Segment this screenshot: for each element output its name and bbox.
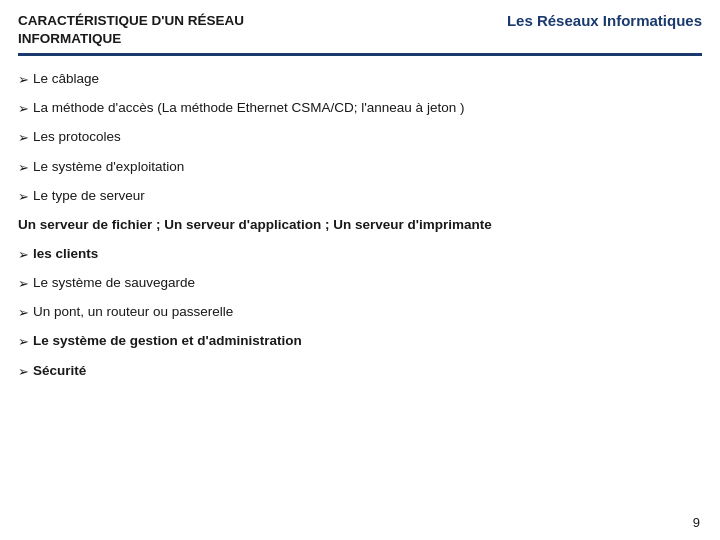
bullet-label: La méthode d'accès (La méthode Ethernet … [33,99,702,118]
bullet-arrow-icon: ➢ [18,159,29,177]
bullet-label: les clients [33,245,702,264]
list-item: ➢ Le système de sauvegarde [18,274,702,293]
page-header: CARACTÉRISTIQUE D'UN RÉSEAU INFORMATIQUE… [0,0,720,53]
header-right-title: Les Réseaux Informatiques [487,12,702,29]
bullet-label: Le système de sauvegarde [33,274,702,293]
bullet-label: Sécurité [33,362,702,381]
header-title-line2: INFORMATIQUE [18,30,244,48]
server-types-text: Un serveur de fichier ; Un serveur d'app… [18,216,702,235]
bullet-label: Le système de gestion et d'administratio… [33,332,702,351]
bullet-arrow-icon: ➢ [18,333,29,351]
list-item: ➢ Les protocoles [18,128,702,147]
list-item: ➢ Sécurité [18,362,702,381]
list-item: ➢ La méthode d'accès (La méthode Etherne… [18,99,702,118]
list-item: ➢ Le câblage [18,70,702,89]
bullet-label: Le système d'exploitation [33,158,702,177]
bullet-arrow-icon: ➢ [18,363,29,381]
bullet-arrow-icon: ➢ [18,129,29,147]
header-title-line1: CARACTÉRISTIQUE D'UN RÉSEAU [18,12,244,30]
bullet-arrow-icon: ➢ [18,100,29,118]
list-item: ➢ les clients [18,245,702,264]
header-left: CARACTÉRISTIQUE D'UN RÉSEAU INFORMATIQUE [18,12,244,47]
list-item: ➢ Un pont, un routeur ou passerelle [18,303,702,322]
bullet-label: Le type de serveur [33,187,702,206]
page-number: 9 [693,515,700,530]
list-item: ➢ Le système de gestion et d'administrat… [18,332,702,351]
bullet-arrow-icon: ➢ [18,188,29,206]
bullet-label: Le câblage [33,70,702,89]
bullet-arrow-icon: ➢ [18,246,29,264]
bullet-arrow-icon: ➢ [18,304,29,322]
list-item: ➢ Le système d'exploitation [18,158,702,177]
bullet-label: Les protocoles [33,128,702,147]
bullet-label: Un pont, un routeur ou passerelle [33,303,702,322]
main-content: ➢ Le câblage ➢ La méthode d'accès (La mé… [0,56,720,401]
bullet-arrow-icon: ➢ [18,275,29,293]
bullet-arrow-icon: ➢ [18,71,29,89]
list-item: ➢ Le type de serveur [18,187,702,206]
